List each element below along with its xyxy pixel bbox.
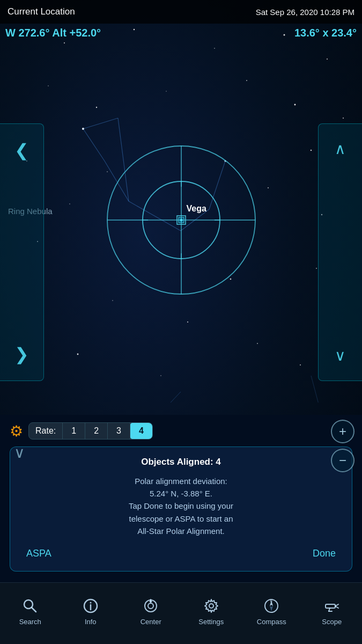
tab-compass-label: Compass [257,618,286,626]
left-nav-panel[interactable]: ❮ ❯ [0,123,44,381]
rate-container: Rate: 1 2 3 4 [28,422,153,440]
svg-point-27 [160,375,161,376]
coords-right: 13.6° x 23.4° [294,27,357,39]
svg-marker-61 [270,606,273,611]
info-card-title: Objects Aligned: 4 [21,457,341,467]
scope-icon [323,597,341,614]
tab-scope-label: Scope [322,618,342,626]
tab-info[interactable]: Info [61,583,121,644]
datetime: Sat Sep 26, 2020 10:28 PM [256,8,354,17]
telescope-view[interactable]: Vega [104,142,259,298]
svg-text:N: N [270,599,272,603]
tab-scope[interactable]: Scope [302,583,363,644]
svg-point-6 [96,107,97,108]
svg-point-9 [166,91,166,91]
svg-point-16 [268,187,269,188]
rate-label: Rate: [29,423,63,439]
rate-btn-4[interactable]: 4 [130,423,152,439]
svg-point-23 [187,321,188,323]
svg-point-3 [284,34,285,36]
vega-label: Vega [187,204,206,214]
svg-line-30 [83,129,105,161]
tab-search-label: Search [19,618,41,626]
tab-info-label: Info [85,618,97,626]
zoom-out-button[interactable]: − [331,449,354,472]
status-bar: Current Location Sat Sep 26, 2020 10:28 … [0,0,362,24]
search-icon [21,597,39,614]
left-up-arrow[interactable]: ❮ [14,140,29,160]
right-down-arrow[interactable]: ∨ [335,347,346,364]
svg-point-4 [327,58,328,60]
right-nav-panel[interactable]: ∧ ∨ [318,123,362,381]
rate-row: ⚙ Rate: 1 2 3 4 [10,422,352,440]
svg-point-44 [180,219,182,222]
settings-icon [203,597,220,614]
svg-point-7 [246,80,247,81]
left-down-arrow[interactable]: ❯ [14,344,29,364]
coords-left: W 272.6° Alt +52.0° [5,27,101,39]
right-up-arrow[interactable]: ∧ [335,140,346,158]
info-card-body: Polar alignment deviation:5.24° N, -3.88… [21,475,341,537]
rate-btn-3[interactable]: 3 [108,423,130,439]
svg-point-25 [77,354,79,355]
info-icon [82,597,99,614]
aspa-button[interactable]: ASPA [21,546,57,561]
svg-point-10 [343,118,344,119]
svg-rect-63 [326,604,335,608]
svg-point-5 [48,85,49,86]
svg-point-26 [300,364,301,365]
tab-settings-label: Settings [198,618,224,626]
info-card: Objects Aligned: 4 Polar alignment devia… [10,447,352,572]
svg-line-35 [59,392,181,402]
gear-icon[interactable]: ⚙ [10,422,23,440]
svg-point-58 [209,604,213,608]
tab-bar: Search Info Center Settings [0,582,362,644]
dropdown-arrow-icon[interactable]: ∨ [14,444,25,462]
tab-center[interactable]: Center [121,583,181,644]
center-icon [142,597,159,614]
svg-point-12 [311,150,312,151]
svg-point-1 [134,29,135,30]
tab-compass[interactable]: N Compass [241,583,302,644]
info-card-actions: ASPA Done [21,546,341,561]
svg-point-53 [90,602,91,603]
polar-deviation-text: Polar alignment deviation:5.24° N, -3.88… [129,477,233,536]
compass-icon: N [263,597,280,614]
zoom-controls: + − [331,420,354,472]
zoom-in-button[interactable]: + [331,420,354,443]
svg-line-31 [83,118,118,129]
app-title: Current Location [8,6,75,17]
svg-point-8 [294,104,296,106]
svg-point-2 [214,48,215,49]
tab-center-label: Center [141,618,161,626]
svg-point-55 [148,603,153,609]
svg-point-17 [69,203,70,204]
rate-btn-1[interactable]: 1 [63,423,85,439]
svg-point-24 [257,343,258,344]
svg-point-22 [112,300,113,301]
svg-point-20 [316,268,317,269]
rate-btn-2[interactable]: 2 [85,423,108,439]
tab-search[interactable]: Search [0,583,61,644]
done-button[interactable]: Done [307,546,341,561]
svg-line-50 [32,608,36,612]
svg-point-0 [64,42,65,43]
bottom-panel: ⚙ Rate: 1 2 3 4 Objects Aligned: 4 Polar… [0,415,362,582]
tab-settings[interactable]: Settings [181,583,242,644]
